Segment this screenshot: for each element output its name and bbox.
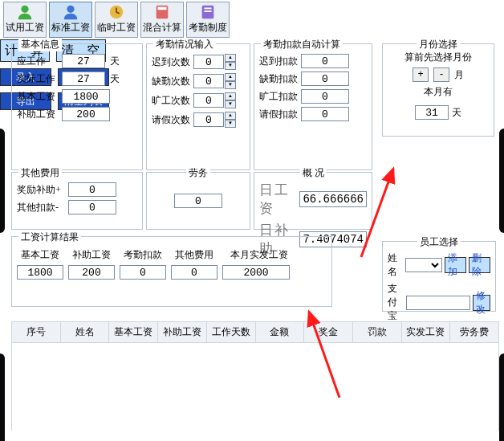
awol-deduct-output bbox=[301, 89, 349, 104]
table-body[interactable] bbox=[12, 343, 498, 431]
labor-input[interactable] bbox=[174, 194, 222, 208]
col-labor[interactable]: 劳务费 bbox=[450, 322, 498, 342]
month-days-output bbox=[415, 105, 449, 120]
emp-name-label: 姓名 bbox=[388, 251, 403, 279]
attendance-auto-box: 考勤扣款自动计算 迟到扣款 缺勤扣款 旷工扣款 请假扣款 bbox=[254, 43, 372, 170]
tab-mixed-calc[interactable]: 混合计算 bbox=[140, 2, 184, 38]
late-count-spinner[interactable]: ▲▼ bbox=[193, 54, 236, 70]
result-base-output bbox=[17, 265, 63, 280]
month-minus-button[interactable]: - bbox=[433, 67, 449, 82]
absent-deduct-output bbox=[301, 71, 349, 86]
daily-salary-output: 66.666666 bbox=[299, 191, 367, 207]
unit-day: 天 bbox=[452, 106, 461, 120]
result-other-output bbox=[171, 265, 217, 280]
awol-count-spinner[interactable]: ▲▼ bbox=[193, 92, 236, 108]
base-salary-input[interactable] bbox=[62, 89, 110, 104]
emp-del-button[interactable]: 删除 bbox=[469, 257, 490, 273]
absent-count-spinner[interactable]: ▲▼ bbox=[193, 73, 236, 89]
leave-count-spinner[interactable]: ▲▼ bbox=[193, 112, 236, 128]
other-fee-box: 其他费用 奖励补助+ 其他扣款- bbox=[11, 172, 143, 230]
svg-rect-6 bbox=[204, 8, 211, 10]
basic-info-box: 基本信息 应工作 天 实际工作 天 基本工资 补助工资 bbox=[11, 43, 143, 170]
result-hdr-allow: 补助工资 bbox=[68, 248, 115, 262]
col-base[interactable]: 基本工资 bbox=[109, 322, 158, 342]
tab-trial-salary[interactable]: 试用工资 bbox=[3, 2, 47, 38]
col-allow[interactable]: 补助工资 bbox=[158, 322, 207, 342]
late-deduct-output bbox=[301, 54, 349, 68]
unit-month: 月 bbox=[454, 68, 464, 82]
tab-label: 试用工资 bbox=[6, 21, 44, 35]
clock-icon bbox=[108, 3, 125, 21]
month-hint: 算前先选择月份 bbox=[404, 51, 472, 64]
svg-rect-7 bbox=[204, 10, 211, 12]
allowance-input[interactable] bbox=[62, 107, 110, 121]
late-deduct-label: 迟到扣款 bbox=[259, 55, 298, 68]
month-has-label: 本月有 bbox=[424, 85, 453, 99]
attendance-input-box: 考勤情况输入 迟到次数 ▲▼ 缺勤次数 ▲▼ 旷工次数 ▲▼ 请假次数 ▲▼ bbox=[146, 43, 250, 170]
legend: 概 况 bbox=[300, 166, 327, 180]
svg-point-0 bbox=[21, 6, 28, 13]
legend: 月份选择 bbox=[417, 38, 460, 51]
col-amount[interactable]: 金额 bbox=[256, 322, 305, 342]
legend: 其他费用 bbox=[18, 166, 62, 180]
labor-box: 劳务 bbox=[146, 172, 250, 230]
book-icon bbox=[199, 3, 217, 21]
col-index[interactable]: 序号 bbox=[12, 322, 61, 342]
leave-deduct-label: 请假扣款 bbox=[259, 108, 298, 121]
tab-label: 混合计算 bbox=[143, 21, 181, 35]
person-blue-icon bbox=[62, 3, 79, 21]
col-bonus[interactable]: 奖金 bbox=[304, 322, 353, 342]
month-plus-button[interactable]: + bbox=[413, 67, 429, 82]
tab-attendance-rules[interactable]: 考勤制度 bbox=[186, 2, 230, 38]
legend: 劳务 bbox=[186, 166, 210, 180]
absent-deduct-label: 缺勤扣款 bbox=[259, 72, 298, 86]
unit-day: 天 bbox=[110, 55, 120, 68]
leave-deduct-output bbox=[301, 107, 349, 121]
daily-salary-label: 日工资 bbox=[259, 181, 296, 218]
awol-deduct-label: 旷工扣款 bbox=[259, 90, 298, 104]
allowance-label: 补助工资 bbox=[17, 108, 59, 121]
awol-count-label: 旷工次数 bbox=[152, 94, 190, 108]
actual-work-label: 实际工作 bbox=[17, 72, 59, 86]
svg-rect-4 bbox=[158, 7, 167, 10]
tab-label: 临时工资 bbox=[97, 21, 136, 35]
legend: 员工选择 bbox=[417, 235, 461, 249]
result-box: 工资计算结果 基本工资 补助工资 考勤扣款 其他费用 本月实发工资 bbox=[11, 236, 332, 307]
svg-point-1 bbox=[67, 6, 74, 13]
base-salary-label: 基本工资 bbox=[17, 90, 59, 104]
result-allow-output bbox=[68, 265, 115, 280]
decor-bar bbox=[0, 353, 5, 441]
employee-box: 员工选择 姓名 添加 删除 支付宝 修改 bbox=[382, 241, 496, 312]
col-workdays[interactable]: 工作天数 bbox=[207, 322, 256, 342]
emp-alipay-input[interactable] bbox=[406, 296, 470, 310]
results-table: 序号 姓名 基本工资 补助工资 工作天数 金额 奖金 罚款 实发工资 劳务费 bbox=[11, 321, 499, 431]
col-penalty[interactable]: 罚款 bbox=[353, 322, 402, 342]
other-deduct-label: 其他扣款- bbox=[17, 201, 65, 214]
col-net[interactable]: 实发工资 bbox=[402, 322, 451, 342]
tab-temp-salary[interactable]: 临时工资 bbox=[95, 2, 138, 38]
result-hdr-att: 考勤扣款 bbox=[120, 248, 166, 262]
emp-alipay-label: 支付宝 bbox=[388, 282, 404, 323]
tab-label: 考勤制度 bbox=[189, 21, 227, 35]
bonus-input[interactable] bbox=[68, 182, 116, 197]
legend: 工资计算结果 bbox=[18, 231, 81, 244]
emp-mod-button[interactable]: 修改 bbox=[473, 295, 490, 311]
unit-day: 天 bbox=[110, 72, 120, 86]
decor-bar bbox=[499, 129, 504, 233]
emp-add-button[interactable]: 添加 bbox=[445, 257, 466, 273]
decor-bar bbox=[499, 353, 504, 441]
calc-icon bbox=[153, 3, 171, 21]
result-hdr-other: 其他费用 bbox=[171, 248, 217, 262]
emp-name-select[interactable] bbox=[405, 258, 442, 272]
tab-standard-salary[interactable]: 标准工资 bbox=[49, 2, 92, 38]
legend: 基本信息 bbox=[18, 38, 62, 51]
spin-down-icon[interactable]: ▼ bbox=[225, 62, 236, 70]
should-work-input[interactable] bbox=[62, 54, 105, 68]
col-name[interactable]: 姓名 bbox=[61, 322, 110, 342]
other-deduct-input[interactable] bbox=[68, 200, 116, 214]
spin-up-icon[interactable]: ▲ bbox=[225, 54, 236, 62]
person-green-icon bbox=[16, 3, 34, 21]
tab-label: 标准工资 bbox=[51, 21, 90, 35]
actual-work-input[interactable] bbox=[62, 71, 105, 86]
result-hdr-base: 基本工资 bbox=[17, 248, 63, 262]
